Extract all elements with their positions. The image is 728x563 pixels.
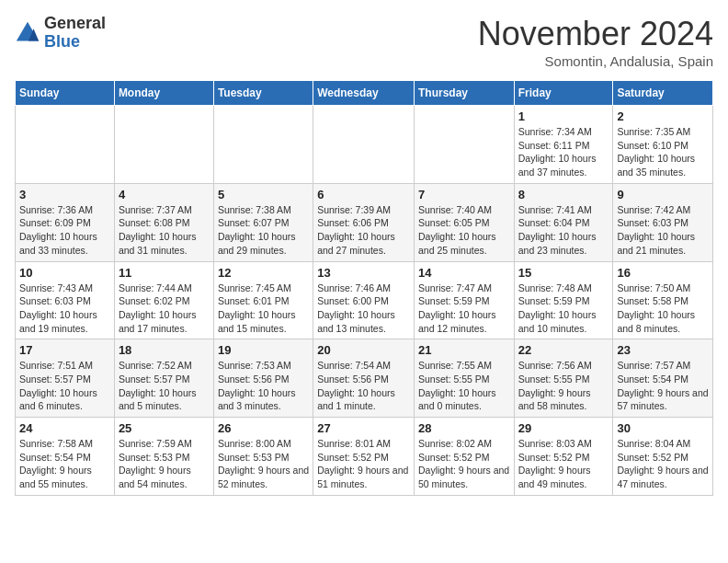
calendar-cell: 23Sunrise: 7:57 AM Sunset: 5:54 PM Dayli… — [613, 339, 713, 418]
calendar-cell: 16Sunrise: 7:50 AM Sunset: 5:58 PM Dayli… — [613, 261, 713, 339]
calendar-cell: 7Sunrise: 7:40 AM Sunset: 6:05 PM Daylig… — [414, 183, 514, 261]
logo-icon — [15, 20, 40, 46]
day-info: Sunrise: 8:01 AM Sunset: 5:52 PM Dayligh… — [317, 437, 410, 491]
calendar-cell: 22Sunrise: 7:56 AM Sunset: 5:55 PM Dayli… — [514, 339, 613, 418]
day-number: 17 — [19, 343, 110, 357]
day-info: Sunrise: 7:51 AM Sunset: 5:57 PM Dayligh… — [19, 359, 110, 413]
week-row-2: 3Sunrise: 7:36 AM Sunset: 6:09 PM Daylig… — [16, 183, 713, 261]
day-info: Sunrise: 7:57 AM Sunset: 5:54 PM Dayligh… — [617, 359, 709, 413]
day-info: Sunrise: 7:41 AM Sunset: 6:04 PM Dayligh… — [518, 203, 609, 258]
calendar-cell: 4Sunrise: 7:37 AM Sunset: 6:08 PM Daylig… — [114, 183, 213, 261]
header-monday: Monday — [114, 81, 213, 106]
calendar-cell: 5Sunrise: 7:38 AM Sunset: 6:07 PM Daylig… — [213, 183, 313, 261]
day-number: 29 — [518, 421, 609, 435]
day-number: 14 — [418, 266, 510, 280]
day-info: Sunrise: 7:42 AM Sunset: 6:03 PM Dayligh… — [617, 203, 709, 258]
calendar-cell: 17Sunrise: 7:51 AM Sunset: 5:57 PM Dayli… — [16, 339, 115, 418]
calendar-cell: 8Sunrise: 7:41 AM Sunset: 6:04 PM Daylig… — [514, 183, 613, 261]
logo: General Blue — [15, 15, 106, 52]
day-number: 1 — [518, 109, 609, 123]
day-number: 12 — [218, 266, 309, 280]
day-number: 30 — [617, 421, 709, 435]
day-info: Sunrise: 7:40 AM Sunset: 6:05 PM Dayligh… — [418, 203, 510, 258]
day-number: 10 — [19, 266, 110, 280]
day-number: 15 — [518, 266, 609, 280]
calendar-cell: 26Sunrise: 8:00 AM Sunset: 5:53 PM Dayli… — [213, 418, 313, 496]
logo-blue: Blue — [44, 32, 80, 51]
calendar-header-row: SundayMondayTuesdayWednesdayThursdayFrid… — [16, 81, 713, 106]
week-row-1: 1Sunrise: 7:34 AM Sunset: 6:11 PM Daylig… — [16, 106, 713, 184]
calendar-cell: 21Sunrise: 7:55 AM Sunset: 5:55 PM Dayli… — [414, 339, 514, 418]
day-number: 21 — [418, 343, 510, 357]
day-info: Sunrise: 7:56 AM Sunset: 5:55 PM Dayligh… — [518, 359, 609, 413]
calendar-cell: 13Sunrise: 7:46 AM Sunset: 6:00 PM Dayli… — [313, 261, 415, 339]
page-header: General Blue November 2024 Somontin, And… — [15, 15, 713, 69]
header-tuesday: Tuesday — [213, 81, 313, 106]
calendar-table: SundayMondayTuesdayWednesdayThursdayFrid… — [15, 80, 713, 496]
header-wednesday: Wednesday — [313, 81, 415, 106]
day-info: Sunrise: 7:54 AM Sunset: 5:56 PM Dayligh… — [317, 359, 410, 413]
day-number: 6 — [317, 188, 410, 201]
day-number: 24 — [19, 421, 110, 435]
month-title: November 2024 — [478, 15, 713, 53]
day-number: 20 — [317, 343, 410, 357]
day-info: Sunrise: 7:47 AM Sunset: 5:59 PM Dayligh… — [418, 282, 510, 336]
day-info: Sunrise: 7:43 AM Sunset: 6:03 PM Dayligh… — [19, 282, 110, 336]
header-thursday: Thursday — [414, 81, 514, 106]
week-row-5: 24Sunrise: 7:58 AM Sunset: 5:54 PM Dayli… — [16, 418, 713, 496]
day-number: 11 — [119, 266, 210, 280]
day-number: 25 — [119, 421, 210, 435]
day-info: Sunrise: 7:39 AM Sunset: 6:06 PM Dayligh… — [317, 203, 410, 258]
day-info: Sunrise: 7:35 AM Sunset: 6:10 PM Dayligh… — [617, 125, 709, 179]
calendar-cell: 30Sunrise: 8:04 AM Sunset: 5:52 PM Dayli… — [613, 418, 713, 496]
calendar-cell: 11Sunrise: 7:44 AM Sunset: 6:02 PM Dayli… — [114, 261, 213, 339]
day-info: Sunrise: 7:58 AM Sunset: 5:54 PM Dayligh… — [19, 437, 110, 491]
calendar-cell: 29Sunrise: 8:03 AM Sunset: 5:52 PM Dayli… — [514, 418, 613, 496]
calendar-cell: 27Sunrise: 8:01 AM Sunset: 5:52 PM Dayli… — [313, 418, 415, 496]
calendar-cell — [16, 106, 115, 184]
day-number: 2 — [617, 109, 709, 123]
day-info: Sunrise: 8:02 AM Sunset: 5:52 PM Dayligh… — [418, 437, 510, 491]
calendar-cell: 18Sunrise: 7:52 AM Sunset: 5:57 PM Dayli… — [114, 339, 213, 418]
calendar-cell: 15Sunrise: 7:48 AM Sunset: 5:59 PM Dayli… — [514, 261, 613, 339]
day-number: 28 — [418, 421, 510, 435]
day-number: 7 — [418, 188, 510, 201]
day-info: Sunrise: 7:34 AM Sunset: 6:11 PM Dayligh… — [518, 125, 609, 179]
calendar-cell: 9Sunrise: 7:42 AM Sunset: 6:03 PM Daylig… — [613, 183, 713, 261]
calendar-cell: 10Sunrise: 7:43 AM Sunset: 6:03 PM Dayli… — [16, 261, 115, 339]
calendar-cell: 2Sunrise: 7:35 AM Sunset: 6:10 PM Daylig… — [613, 106, 713, 184]
calendar-cell — [114, 106, 213, 184]
calendar-cell: 12Sunrise: 7:45 AM Sunset: 6:01 PM Dayli… — [213, 261, 313, 339]
day-number: 19 — [218, 343, 309, 357]
day-info: Sunrise: 8:04 AM Sunset: 5:52 PM Dayligh… — [617, 437, 709, 491]
calendar-cell: 3Sunrise: 7:36 AM Sunset: 6:09 PM Daylig… — [16, 183, 115, 261]
day-number: 9 — [617, 188, 709, 201]
day-number: 23 — [617, 343, 709, 357]
calendar-cell — [213, 106, 313, 184]
day-info: Sunrise: 7:48 AM Sunset: 5:59 PM Dayligh… — [518, 282, 609, 336]
day-info: Sunrise: 7:50 AM Sunset: 5:58 PM Dayligh… — [617, 282, 709, 336]
day-info: Sunrise: 7:59 AM Sunset: 5:53 PM Dayligh… — [119, 437, 210, 491]
day-info: Sunrise: 7:44 AM Sunset: 6:02 PM Dayligh… — [119, 282, 210, 336]
day-number: 3 — [19, 188, 110, 201]
logo-text: General Blue — [44, 15, 106, 52]
day-info: Sunrise: 7:46 AM Sunset: 6:00 PM Dayligh… — [317, 282, 410, 336]
calendar-cell — [414, 106, 514, 184]
calendar-cell: 6Sunrise: 7:39 AM Sunset: 6:06 PM Daylig… — [313, 183, 415, 261]
day-info: Sunrise: 8:00 AM Sunset: 5:53 PM Dayligh… — [218, 437, 309, 491]
day-number: 5 — [218, 188, 309, 201]
header-friday: Friday — [514, 81, 613, 106]
day-info: Sunrise: 8:03 AM Sunset: 5:52 PM Dayligh… — [518, 437, 609, 491]
day-info: Sunrise: 7:55 AM Sunset: 5:55 PM Dayligh… — [418, 359, 510, 413]
location-subtitle: Somontin, Andalusia, Spain — [478, 53, 713, 69]
day-number: 18 — [119, 343, 210, 357]
calendar-cell — [313, 106, 415, 184]
day-number: 27 — [317, 421, 410, 435]
day-info: Sunrise: 7:53 AM Sunset: 5:56 PM Dayligh… — [218, 359, 309, 413]
calendar-cell: 24Sunrise: 7:58 AM Sunset: 5:54 PM Dayli… — [16, 418, 115, 496]
day-info: Sunrise: 7:52 AM Sunset: 5:57 PM Dayligh… — [119, 359, 210, 413]
day-number: 4 — [119, 188, 210, 201]
header-saturday: Saturday — [613, 81, 713, 106]
calendar-cell: 25Sunrise: 7:59 AM Sunset: 5:53 PM Dayli… — [114, 418, 213, 496]
day-info: Sunrise: 7:45 AM Sunset: 6:01 PM Dayligh… — [218, 282, 309, 336]
